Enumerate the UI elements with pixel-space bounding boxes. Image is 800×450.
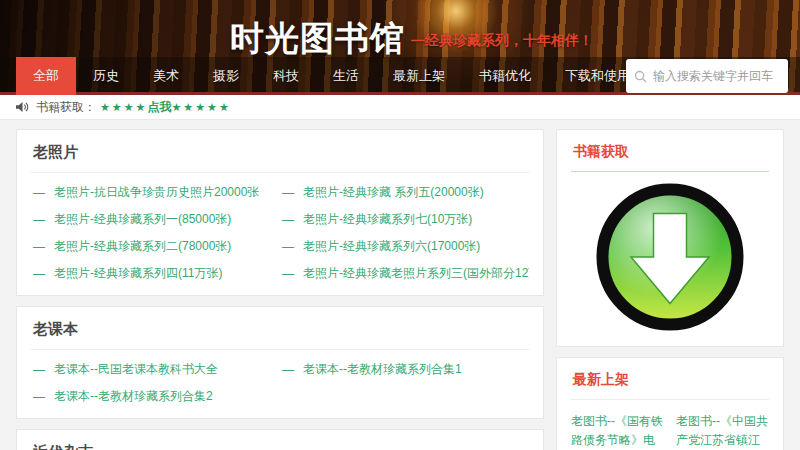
book-link[interactable]: 老照片-经典珍藏系列六(17000张) (303, 238, 480, 255)
content-column: 老照片 — 老照片-抗日战争珍贵历史照片20000张 — 老照片-经典珍藏 系列… (16, 129, 544, 450)
main-content: 老照片 — 老照片-抗日战争珍贵历史照片20000张 — 老照片-经典珍藏 系列… (0, 120, 800, 450)
section-old-photos: 老照片 — 老照片-抗日战争珍贵历史照片20000张 — 老照片-经典珍藏 系列… (16, 129, 544, 296)
list-item: — 老课本--民国老课本教科书大全 (31, 361, 280, 378)
notice-label: 书籍获取： (36, 99, 96, 116)
section-old-textbooks: 老课本 — 老课本--民国老课本教科书大全 — 老课本--老教材珍藏系列合集1 (16, 306, 544, 419)
book-link[interactable]: 老课本--老教材珍藏系列合集1 (303, 361, 462, 378)
book-link[interactable]: 老照片-经典珍藏 系列五(20000张) (303, 184, 484, 201)
site-subtitle: —经典珍藏系列，十年相伴！ (411, 32, 593, 50)
search-input[interactable] (653, 69, 780, 83)
dash-bullet-icon: — (282, 213, 294, 227)
nav-item[interactable]: 摄影 (196, 57, 256, 95)
search-box[interactable] (626, 59, 788, 93)
sidebar-latest-box: 最新上架 老图书--《国有铁路债务节略》电子版合集 老图书--《中国共产党江苏省… (556, 357, 784, 450)
latest-book-link[interactable]: 老图书--《国有铁路债务节略》电子版合集 (571, 412, 664, 450)
book-link[interactable]: 老照片-抗日战争珍贵历史照片20000张 (54, 184, 259, 201)
book-link[interactable]: 老照片-经典珍藏系列七(10万张) (303, 211, 472, 228)
list-item: — 老照片-抗日战争珍贵历史照片20000张 (31, 184, 280, 201)
dash-bullet-icon: — (282, 267, 294, 281)
latest-books-list: 老图书--《国有铁路债务节略》电子版合集 老图书--《中国共产党江苏省镇江市组织… (557, 400, 783, 450)
speaker-icon (16, 101, 29, 113)
section-title: 近代杂志 (17, 430, 543, 450)
book-link[interactable]: 老照片-经典珍藏系列一(85000张) (54, 211, 231, 228)
old-textbooks-link-list: — 老课本--民国老课本教科书大全 — 老课本--老教材珍藏系列合集1 — 老课… (17, 350, 543, 418)
nav-item[interactable]: 最新上架 (376, 57, 462, 95)
dash-bullet-icon: — (33, 390, 45, 404)
section-title: 老照片 (17, 130, 543, 172)
list-item: — 老照片-经典珍藏系列一(85000张) (31, 211, 280, 228)
site-title: 时光图书馆 (230, 21, 405, 57)
list-item: — 老照片-经典珍藏老照片系列三(国外部分12万张) (280, 265, 529, 282)
book-link[interactable]: 老课本--老教材珍藏系列合集2 (54, 388, 213, 405)
header-top: 时光图书馆 —经典珍藏系列，十年相伴！ (0, 0, 800, 57)
sidebar: 书籍获取 (556, 129, 784, 450)
nav-item[interactable]: 科技 (256, 57, 316, 95)
section-title: 老课本 (17, 307, 543, 349)
dash-bullet-icon: — (33, 363, 45, 377)
dash-bullet-icon: — (33, 240, 45, 254)
list-item: — 老照片-经典珍藏系列七(10万张) (280, 211, 529, 228)
search-icon (634, 70, 647, 83)
list-item: — 老照片-经典珍藏系列六(17000张) (280, 238, 529, 255)
dash-bullet-icon: — (282, 363, 294, 377)
dash-bullet-icon: — (33, 186, 45, 200)
download-arrow-icon[interactable] (595, 182, 745, 332)
list-item: — 老课本--老教材珍藏系列合集1 (280, 361, 529, 378)
notice-bar: 书籍获取： ★★★★ 点我 ★★★★★ (0, 95, 800, 120)
stars-left: ★★★★ (100, 101, 147, 114)
book-link[interactable]: 老课本--民国老课本教科书大全 (54, 361, 218, 378)
dash-bullet-icon: — (33, 213, 45, 227)
book-link[interactable]: 老照片-经典珍藏系列二(78000张) (54, 238, 231, 255)
list-item: — 老照片-经典珍藏系列四(11万张) (31, 265, 280, 282)
notice-click-link[interactable]: 点我 (147, 99, 171, 116)
nav-item[interactable]: 美术 (136, 57, 196, 95)
nav-item[interactable]: 全部 (16, 57, 76, 95)
dash-bullet-icon: — (282, 186, 294, 200)
list-item: — 老照片-经典珍藏 系列五(20000张) (280, 184, 529, 201)
book-link[interactable]: 老照片-经典珍藏老照片系列三(国外部分12万张) (303, 265, 529, 282)
list-item: — 老课本--老教材珍藏系列合集2 (31, 388, 280, 405)
sidebar-download-box: 书籍获取 (556, 129, 784, 347)
nav-item[interactable]: 书籍优化 (462, 57, 548, 95)
section-modern-magazines: 近代杂志 — 现代杂志--《兵器知识》1979-2018年合集 — 现代杂志--… (16, 429, 544, 450)
nav-item[interactable]: 历史 (76, 57, 136, 95)
stars-right: ★★★★★ (171, 101, 230, 114)
list-item: — 老照片-经典珍藏系列二(78000张) (31, 238, 280, 255)
dash-bullet-icon: — (33, 267, 45, 281)
dash-bullet-icon: — (282, 240, 294, 254)
header-banner: 时光图书馆 —经典珍藏系列，十年相伴！ 全部 历史 美术 摄影 科技 生活 最新… (0, 0, 800, 95)
old-photos-link-list: — 老照片-抗日战争珍贵历史照片20000张 — 老照片-经典珍藏 系列五(20… (17, 173, 543, 295)
sidebar-box-title: 最新上架 (557, 358, 783, 399)
sidebar-box-title: 书籍获取 (557, 130, 783, 171)
latest-book-link[interactable]: 老图书--《中国共产党江苏省镇江市组织史资料(1925-5—1987-10)》电… (676, 412, 769, 450)
nav-item[interactable]: 生活 (316, 57, 376, 95)
book-link[interactable]: 老照片-经典珍藏系列四(11万张) (54, 265, 222, 282)
